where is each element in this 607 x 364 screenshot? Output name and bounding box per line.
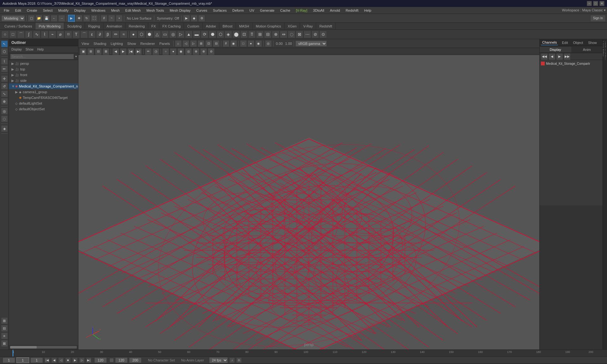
sculpt-tool[interactable]: ◌ — [1, 115, 8, 122]
shelf-pipe[interactable]: ▬ — [193, 31, 200, 38]
shelf-sphere[interactable]: ● — [130, 31, 137, 38]
vp-next-view[interactable]: ▷ — [190, 40, 197, 47]
paint-select-tool[interactable]: ⬡ — [1, 48, 8, 55]
snap-point-btn[interactable]: ⚬ — [116, 15, 123, 22]
sign-in-btn[interactable]: Sign In — [590, 15, 606, 22]
shelf-plane[interactable]: ▭ — [161, 31, 169, 38]
grid-view[interactable]: ⊟ — [1, 325, 8, 332]
vp-lighting-menu[interactable]: Lighting — [109, 41, 125, 46]
paint-tool[interactable]: ✏ — [1, 65, 8, 72]
menu-curves[interactable]: Curves — [194, 8, 210, 13]
shelf-curve2[interactable]: ∿ — [33, 31, 40, 38]
ch-end-btn[interactable]: ▶▶ — [564, 53, 571, 60]
step-fwd-btn[interactable]: ▷ — [79, 357, 85, 363]
ch-fwd-btn[interactable]: ▶ — [556, 53, 563, 60]
vp-home-btn[interactable]: ⌂ — [175, 40, 182, 47]
scale-tool[interactable]: ⤡ — [1, 90, 8, 97]
menu-mesh[interactable]: Mesh — [108, 8, 122, 13]
tab-fx[interactable]: FX — [148, 23, 159, 29]
vp2-mask2[interactable]: ● — [170, 48, 177, 55]
ch-options-btn[interactable]: ◀ — [549, 53, 555, 60]
shelf-torus[interactable]: ◎ — [169, 31, 177, 38]
vp-fit-all[interactable]: ⊞ — [198, 40, 205, 47]
rotate-btn[interactable]: ↻ — [83, 15, 90, 22]
shelf-platonic[interactable]: ⬡ — [217, 31, 224, 38]
vp2-cam4[interactable]: ⊠ — [102, 48, 109, 55]
list-view[interactable]: ≡ — [1, 332, 8, 339]
play-fwd-btn[interactable]: ▶ — [72, 357, 78, 363]
fps-select[interactable]: 24 fps — [209, 357, 228, 363]
outliner-temp-cam[interactable]: ✱ TempCamF8XASC046Target — [9, 95, 78, 100]
vp-isolate[interactable]: ◎ — [265, 40, 272, 47]
shelf-boolean[interactable]: ⊗ — [272, 31, 279, 38]
vp-panels-menu[interactable]: Panels — [157, 41, 172, 46]
tab-fx-caching[interactable]: FX Caching — [159, 23, 184, 29]
ipr-btn[interactable]: ◆ — [191, 15, 198, 22]
tab-adobe[interactable]: Adobe — [203, 23, 219, 29]
no-character-set-label[interactable]: No Character Set — [145, 358, 177, 362]
tab-poly-modeling[interactable]: Poly Modeling — [35, 23, 64, 29]
display-tab[interactable]: Display — [540, 47, 571, 52]
tab-motion-graphics[interactable]: Motion Graphics — [253, 23, 285, 29]
open-scene-btn[interactable]: 📁 — [35, 15, 42, 22]
tab-rendering[interactable]: Rendering — [126, 23, 148, 29]
shelf-ep[interactable]: ε — [88, 31, 96, 38]
outliner-display-btn[interactable]: Display — [10, 48, 23, 51]
vp2-mask6[interactable]: ⊗ — [200, 48, 207, 55]
menu-arnold[interactable]: Arnold — [328, 8, 343, 13]
shelf-curve1[interactable]: ∫ — [25, 31, 33, 38]
tab-animation[interactable]: Animation — [103, 23, 126, 29]
menu-3dtoall[interactable]: 3DtoAll — [310, 8, 327, 13]
shelf-curve5[interactable]: ⌀ — [57, 31, 64, 38]
close-button[interactable]: ✕ — [599, 1, 604, 6]
move-btn[interactable]: ✚ — [76, 15, 83, 22]
play-back-btn[interactable]: ◁ — [58, 357, 64, 363]
vp-renderer-menu[interactable]: Renderer — [138, 41, 157, 46]
menu-cache[interactable]: Cache — [278, 8, 293, 13]
vp-prev-view[interactable]: ◁ — [182, 40, 189, 47]
tab-mash[interactable]: MASH — [236, 23, 253, 29]
minimize-button[interactable]: − — [587, 1, 592, 6]
save-scene-btn[interactable]: 💾 — [43, 15, 50, 22]
tab-custom[interactable]: Custom — [184, 23, 203, 29]
outliner-scrollbar-h[interactable] — [9, 345, 78, 349]
attribute-editor-vtab[interactable]: Attribute Editor — [605, 39, 607, 349]
redo-btn[interactable]: → — [58, 15, 65, 22]
column-view[interactable]: ⊠ — [1, 340, 8, 347]
menu-mesh-tools[interactable]: Mesh Tools — [144, 8, 166, 13]
object-tab[interactable]: Object — [572, 40, 584, 45]
vp2-mask4[interactable]: ◎ — [185, 48, 192, 55]
select-tool[interactable]: ↖ — [1, 40, 8, 47]
end-frame-input[interactable] — [115, 357, 128, 363]
outliner-default-light-set[interactable]: ◇ defaultLightSet — [9, 100, 78, 106]
shelf-3d-curve[interactable]: ≈ — [120, 31, 127, 38]
menu-vray[interactable]: [V-Ray] — [293, 8, 310, 13]
vp-grid-toggle[interactable]: # — [223, 40, 230, 47]
search-arrow-icon[interactable]: ▾ — [75, 55, 77, 58]
outliner-show-btn[interactable]: Show — [24, 48, 35, 51]
vp2-pencil[interactable]: ✏ — [145, 48, 152, 55]
tab-bifrost[interactable]: Bifrost — [219, 23, 236, 29]
vp2-cam3[interactable]: ⊟ — [95, 48, 102, 55]
vp2-play1[interactable]: ◀ — [112, 48, 119, 55]
maximize-button[interactable]: □ — [593, 1, 598, 6]
outliner-help-btn[interactable]: Help — [36, 48, 45, 51]
vp2-mask7[interactable]: ⊘ — [208, 48, 215, 55]
menu-file[interactable]: File — [1, 8, 12, 13]
vp-wireframe[interactable]: □ — [240, 40, 247, 47]
menu-create[interactable]: Create — [24, 8, 40, 13]
viewport-content[interactable]: persp X Y Z — [78, 55, 539, 349]
outliner-default-object-set[interactable]: ◇ defaultObjectSet — [9, 106, 78, 112]
shelf-bezier[interactable]: β — [104, 31, 112, 38]
shelf-cleanup[interactable]: ⊙ — [319, 31, 327, 38]
menu-mesh-display[interactable]: Mesh Display — [167, 8, 193, 13]
shelf-cube[interactable]: ⬡ — [138, 31, 145, 38]
shelf-separate[interactable]: ⊟ — [264, 31, 272, 38]
shelf-helix[interactable]: ⌑ — [64, 31, 72, 38]
lasso-tool[interactable]: ⌇ — [1, 58, 8, 65]
menu-edit[interactable]: Edit — [13, 8, 24, 13]
options-btn[interactable]: ⚙ — [198, 15, 205, 22]
timeline-track[interactable]: 1 10 20 30 40 50 60 70 80 90 100 110 120… — [0, 350, 607, 356]
vp-cam-toggle[interactable]: ◉ — [230, 40, 237, 47]
universal-manip[interactable]: ⊕ — [1, 98, 8, 105]
